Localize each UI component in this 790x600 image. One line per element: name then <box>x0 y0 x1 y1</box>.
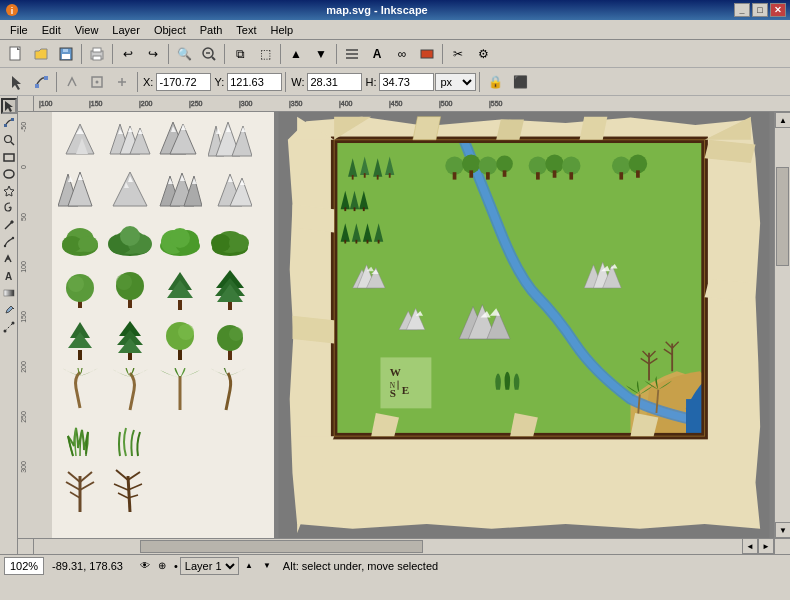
svg-rect-211 <box>378 240 380 244</box>
transform-button[interactable]: ⬛ <box>508 71 532 93</box>
scroll-right-button[interactable]: ► <box>758 538 774 554</box>
node-tool[interactable] <box>29 71 53 93</box>
new-button[interactable] <box>4 43 28 65</box>
sprite-mountain-7[interactable] <box>156 166 204 214</box>
menu-item-help[interactable]: Help <box>265 22 300 38</box>
sprite-mountain-2[interactable] <box>106 116 154 164</box>
sprite-mountain-3[interactable] <box>156 116 204 164</box>
print-button[interactable] <box>85 43 109 65</box>
sprite-grass-1[interactable] <box>56 416 104 464</box>
dropper-tool[interactable] <box>1 302 17 318</box>
sprite-mountain-1[interactable] <box>56 116 104 164</box>
zoom-tool[interactable] <box>1 132 17 148</box>
sprite-mountain-6[interactable] <box>106 166 154 214</box>
sprite-palm-4[interactable] <box>206 366 254 414</box>
zoom-in-button[interactable]: 🔍 <box>172 43 196 65</box>
options-button[interactable]: ⚙ <box>471 43 495 65</box>
sprite-tree-round-3[interactable] <box>156 316 204 364</box>
menu-item-text[interactable]: Text <box>230 22 262 38</box>
snap-button[interactable]: ✂ <box>446 43 470 65</box>
sprite-dead-tree-2[interactable] <box>106 466 154 514</box>
sprite-tree-pine-1[interactable] <box>156 266 204 314</box>
sprite-dead-tree-1[interactable] <box>56 466 104 514</box>
pen-tool[interactable] <box>1 234 17 250</box>
sprite-bush-2[interactable] <box>106 216 154 264</box>
y-input[interactable] <box>227 73 282 91</box>
eyedropper-icon[interactable]: 👁 <box>140 560 150 571</box>
group-button[interactable]: ⧉ <box>228 43 252 65</box>
w-input[interactable] <box>307 73 362 91</box>
scroll-down-button[interactable]: ▼ <box>775 522 790 538</box>
node-edit-tool[interactable] <box>1 115 17 131</box>
snap-icon[interactable]: ⊕ <box>158 560 166 571</box>
sprite-bush-1[interactable] <box>56 216 104 264</box>
save-button[interactable] <box>54 43 78 65</box>
svg-text:S: S <box>390 387 396 399</box>
text-button[interactable]: A <box>365 43 389 65</box>
titlebar-title: map.svg - Inkscape <box>20 4 734 16</box>
lower-button[interactable]: ▼ <box>309 43 333 65</box>
maximize-button[interactable]: □ <box>752 3 768 17</box>
sprite-mountain-5[interactable] <box>56 166 104 214</box>
sprite-mountain-8[interactable] <box>206 166 254 214</box>
sprite-palm-2[interactable] <box>106 366 154 414</box>
layer-down-button[interactable]: ▼ <box>259 558 275 574</box>
snap-bbox[interactable] <box>85 71 109 93</box>
undo-button[interactable]: ↩ <box>116 43 140 65</box>
layer-up-button[interactable]: ▲ <box>241 558 257 574</box>
snap-nodes[interactable] <box>60 71 84 93</box>
select-tool-btn[interactable] <box>1 98 17 114</box>
snap-path[interactable] <box>110 71 134 93</box>
rect-tool[interactable] <box>1 149 17 165</box>
raise-button[interactable]: ▲ <box>284 43 308 65</box>
canvas-viewport[interactable]: W N S E <box>274 112 774 538</box>
open-button[interactable] <box>29 43 53 65</box>
sprite-bush-3[interactable] <box>156 216 204 264</box>
gradient-tool[interactable] <box>1 285 17 301</box>
scroll-up-button[interactable]: ▲ <box>775 112 790 128</box>
menu-item-path[interactable]: Path <box>194 22 229 38</box>
x-input[interactable] <box>156 73 211 91</box>
redo-button[interactable]: ↪ <box>141 43 165 65</box>
star-tool[interactable] <box>1 183 17 199</box>
menu-item-file[interactable]: File <box>4 22 34 38</box>
vertical-scrollbar[interactable]: ▲ ▼ <box>774 112 790 538</box>
menu-item-object[interactable]: Object <box>148 22 192 38</box>
pencil-tool[interactable] <box>1 217 17 233</box>
spiral-tool[interactable] <box>1 200 17 216</box>
unit-select[interactable]: pxmmcm <box>435 73 476 91</box>
align-button[interactable] <box>340 43 364 65</box>
object-fill[interactable]: ∞ <box>390 43 414 65</box>
sprite-tree-pine-2[interactable] <box>206 266 254 314</box>
sprite-tree-pine-4[interactable] <box>106 316 154 364</box>
layer-selector[interactable]: Layer 1 <box>180 557 239 575</box>
sprite-tree-pine-3[interactable] <box>56 316 104 364</box>
toolbar2-sep2 <box>137 72 138 92</box>
sprite-tree-round-1[interactable] <box>56 266 104 314</box>
menu-item-layer[interactable]: Layer <box>106 22 146 38</box>
ungroup-button[interactable]: ⬚ <box>253 43 277 65</box>
select-tool[interactable] <box>4 71 28 93</box>
text-tool-btn[interactable]: A <box>1 268 17 284</box>
minimize-button[interactable]: _ <box>734 3 750 17</box>
horizontal-scrollbar[interactable] <box>34 538 742 554</box>
lock-aspect-button[interactable]: 🔒 <box>483 71 507 93</box>
sprite-palm-3[interactable] <box>156 366 204 414</box>
sprite-tree-round-4[interactable] <box>206 316 254 364</box>
object-stroke[interactable] <box>415 43 439 65</box>
h-input[interactable] <box>379 73 434 91</box>
scroll-left-button[interactable]: ◄ <box>742 538 758 554</box>
menu-item-edit[interactable]: Edit <box>36 22 67 38</box>
calligraphy-tool[interactable] <box>1 251 17 267</box>
sprite-palm-1[interactable] <box>56 366 104 414</box>
ellipse-tool[interactable] <box>1 166 17 182</box>
connector-tool[interactable] <box>1 319 17 335</box>
sprite-mountain-4[interactable] <box>206 116 254 164</box>
sprite-panel <box>52 112 292 538</box>
close-button[interactable]: ✕ <box>770 3 786 17</box>
menu-item-view[interactable]: View <box>69 22 105 38</box>
sprite-tree-round-2[interactable] <box>106 266 154 314</box>
zoom-out-button[interactable] <box>197 43 221 65</box>
sprite-grass-2[interactable] <box>106 416 154 464</box>
sprite-bush-4[interactable] <box>206 216 254 264</box>
